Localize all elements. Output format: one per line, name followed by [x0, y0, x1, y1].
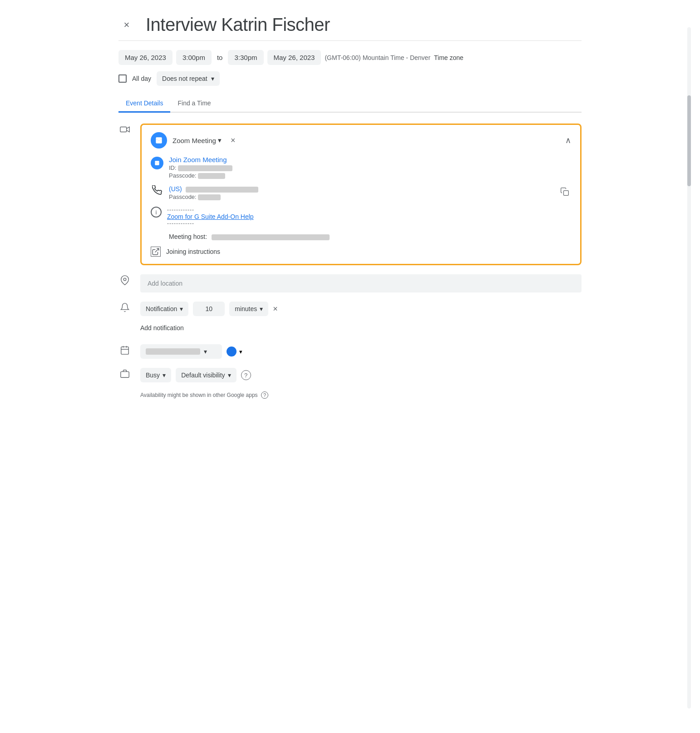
- zoom-passcode-row: Passcode:: [169, 172, 232, 179]
- copy-phone-button[interactable]: [558, 185, 571, 200]
- zoom-logo-icon: [151, 132, 167, 149]
- info-icon: i: [151, 207, 162, 218]
- host-email: [212, 234, 330, 240]
- event-title: Interview Katrin Fischer: [146, 15, 330, 35]
- repeat-dropdown[interactable]: Does not repeat ▾: [157, 71, 220, 86]
- start-time-chip[interactable]: 3:00pm: [176, 50, 212, 65]
- zoom-join-row: Join Zoom Meeting ID: Passcode:: [151, 156, 571, 179]
- busy-chevron-icon: ▾: [163, 371, 166, 379]
- calendar-color-dropdown[interactable]: ▾: [227, 347, 242, 357]
- allday-checkbox[interactable]: [118, 74, 127, 83]
- repeat-chevron-icon: ▾: [211, 75, 214, 82]
- notification-field-row: Notification ▾ minutes ▾ ×: [118, 302, 582, 316]
- zoom-meeting-dropdown[interactable]: Zoom Meeting ▾: [171, 135, 223, 145]
- start-date-chip[interactable]: May 26, 2023: [118, 50, 173, 65]
- zoom-field-row: Zoom Meeting ▾ × ∧ Join Zoom: [118, 124, 582, 265]
- visibility-dropdown[interactable]: Default visibility ▾: [176, 368, 236, 382]
- notif-type-chevron-icon: ▾: [180, 305, 183, 312]
- zoom-id-value: [178, 165, 232, 171]
- us-label: (US): [169, 185, 182, 193]
- zoom-phone-info: (US) Passcode:: [169, 185, 553, 200]
- availability-help-icon[interactable]: ?: [261, 391, 268, 399]
- notification-type-dropdown[interactable]: Notification ▾: [140, 302, 188, 316]
- zoom-join-info: Join Zoom Meeting ID: Passcode:: [169, 156, 232, 179]
- location-placeholder: Add location: [148, 280, 182, 287]
- calendar-icon: [118, 344, 131, 355]
- zoom-passcode-value: [198, 173, 225, 179]
- tab-event-details[interactable]: Event Details: [118, 95, 170, 113]
- join-zoom-link[interactable]: Join Zoom Meeting: [169, 156, 227, 163]
- add-notification-row: Add notification: [140, 321, 582, 335]
- availability-note: Availability might be shown in other Goo…: [118, 391, 582, 399]
- timezone-link[interactable]: Time zone: [434, 54, 463, 61]
- calendar-name: [146, 348, 200, 355]
- end-date-chip[interactable]: May 26, 2023: [267, 50, 321, 65]
- svg-rect-1: [564, 191, 569, 196]
- tabs-row: Event Details Find a Time: [118, 95, 582, 113]
- close-button[interactable]: ×: [118, 17, 135, 33]
- dashes-top: ------------: [167, 207, 254, 213]
- zoom-addon-row: i ------------ Zoom for G Suite Add-On H…: [151, 207, 571, 227]
- briefcase-icon: [118, 368, 131, 379]
- dashes-bottom: ------------: [167, 220, 254, 227]
- calendar-selector-dropdown[interactable]: ▾: [140, 344, 222, 359]
- svg-rect-8: [121, 372, 129, 378]
- phone-icon: [151, 185, 163, 198]
- status-field-row: Busy ▾ Default visibility ▾ ?: [118, 368, 582, 382]
- zoom-title: Zoom Meeting: [173, 137, 216, 144]
- zoom-chevron-icon: ▾: [218, 136, 222, 144]
- event-header: × Interview Katrin Fischer: [118, 15, 582, 35]
- calendar-color-dot: [227, 347, 237, 357]
- timezone-text: (GMT-06:00) Mountain Time - Denver: [325, 54, 430, 61]
- meeting-host-row: Meeting host:: [151, 233, 571, 240]
- notification-controls: Notification ▾ minutes ▾ ×: [140, 302, 582, 316]
- external-link-icon: [151, 247, 161, 257]
- notification-value-input[interactable]: [193, 302, 225, 316]
- header-divider: [118, 40, 582, 41]
- allday-row: All day Does not repeat ▾: [118, 71, 582, 86]
- zoom-header: Zoom Meeting ▾ × ∧: [151, 132, 571, 149]
- svg-point-3: [123, 278, 126, 281]
- scrollbar-thumb[interactable]: [687, 95, 691, 186]
- location-pin-icon: [118, 274, 131, 285]
- location-input[interactable]: Add location: [140, 274, 582, 292]
- host-label: Meeting host:: [169, 233, 207, 240]
- collapse-zoom-button[interactable]: ∧: [565, 135, 571, 145]
- close-zoom-button[interactable]: ×: [231, 136, 236, 145]
- cal-chevron-icon: ▾: [204, 348, 207, 355]
- repeat-label: Does not repeat: [162, 75, 207, 82]
- zoom-phone-passcode-row: Passcode:: [169, 193, 553, 200]
- zoom-section: Zoom Meeting ▾ × ∧ Join Zoom: [140, 124, 582, 265]
- bell-icon: [118, 302, 131, 312]
- scrollbar-track[interactable]: [687, 27, 691, 708]
- zoom-addon-link[interactable]: Zoom for G Suite Add-On Help: [167, 213, 254, 220]
- to-separator: to: [215, 54, 225, 61]
- svg-rect-0: [120, 127, 127, 132]
- datetime-row: May 26, 2023 3:00pm to 3:30pm May 26, 20…: [118, 50, 582, 65]
- end-time-chip[interactable]: 3:30pm: [228, 50, 263, 65]
- remove-notification-button[interactable]: ×: [273, 304, 278, 314]
- visibility-help-icon[interactable]: ?: [241, 370, 251, 380]
- zoom-addon-info: ------------ Zoom for G Suite Add-On Hel…: [167, 207, 254, 227]
- notification-unit-dropdown[interactable]: minutes ▾: [229, 302, 268, 316]
- cal-color-chevron-icon: ▾: [239, 348, 242, 355]
- status-controls: Busy ▾ Default visibility ▾ ?: [140, 368, 582, 382]
- zoom-join-icon: [151, 157, 163, 169]
- add-notification-link[interactable]: Add notification: [140, 321, 184, 335]
- allday-label: All day: [132, 75, 151, 82]
- notif-unit-chevron-icon: ▾: [260, 305, 263, 312]
- vis-chevron-icon: ▾: [228, 371, 231, 379]
- location-field-row: Add location: [118, 274, 582, 292]
- svg-line-2: [155, 248, 159, 252]
- svg-rect-4: [121, 347, 129, 355]
- zoom-phone-number: [186, 187, 258, 193]
- zoom-id-row: ID:: [169, 164, 232, 171]
- zoom-phone-passcode-value: [198, 194, 221, 200]
- calendar-controls: ▾ ▾: [140, 344, 582, 359]
- tab-find-a-time[interactable]: Find a Time: [170, 95, 218, 113]
- joining-instructions-row: Joining instructions: [151, 247, 571, 257]
- joining-instructions-text[interactable]: Joining instructions: [166, 248, 220, 255]
- calendar-field-row: ▾ ▾: [118, 344, 582, 359]
- busy-status-dropdown[interactable]: Busy ▾: [140, 368, 171, 382]
- zoom-phone-row: (US) Passcode:: [151, 185, 571, 200]
